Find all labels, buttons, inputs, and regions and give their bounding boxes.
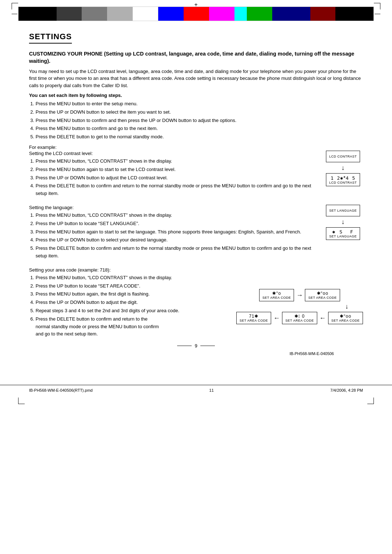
area-box-bot-left: 71✱ SET AREA CODE — [236, 312, 271, 324]
language-text: Setting the language: Press the MENU but… — [29, 205, 316, 261]
arrow-right-1: → — [296, 292, 303, 298]
area-step-4: Press the UP or DOWN button to adjust th… — [36, 299, 230, 306]
side-mark-left — [12, 14, 17, 14]
lang-step-4: Press the UP or DOWN button to select yo… — [36, 236, 316, 244]
arrow-down-2: ↓ — [342, 219, 345, 225]
area-step-2: Press the UP button to locate “SET AREA … — [36, 282, 230, 290]
lang-box-1-label: SET LANGUAGE — [329, 209, 357, 212]
lcd-box-1: LCD CONTRAST — [326, 151, 360, 162]
main-content: SETTINGS CUSTOMIZING YOUR PHONE (Setting… — [0, 25, 392, 378]
area-box-top-left: ✱°o SET AREA CODE — [259, 289, 294, 301]
lcd-contrast-text: Setting the LCD contrast level: Press th… — [29, 151, 316, 198]
step-5: Press the DELETE button to get to the no… — [36, 133, 363, 141]
language-section: Setting the language: Press the MENU but… — [29, 205, 363, 261]
footer-page-num: 11 — [209, 388, 214, 392]
corner-tl — [12, 3, 18, 9]
lcd-step-2: Press the MENU button again to start to … — [36, 166, 316, 174]
area-box-bot-right: ✱°oo SET AREA CODE — [328, 312, 363, 324]
lcd-step-1: Press the MENU button, “LCD CONTRAST” sh… — [36, 158, 316, 165]
intro-text: You may need to set up the LCD contrast … — [29, 68, 363, 89]
lang-steps-list: Press the MENU button, “LCD CONTRAST” sh… — [36, 212, 316, 260]
arrow-down-1: ↓ — [342, 164, 345, 171]
area-box-top-left-value: ✱°o — [272, 291, 281, 296]
ib-reference: IB-PH568-WM-E-040506 — [29, 351, 363, 356]
language-label: Setting the language: — [29, 205, 316, 210]
bottom-corners — [18, 395, 374, 406]
area-box-bot-left-value: 71✱ — [249, 314, 258, 319]
page-number-line: 9 — [177, 343, 215, 349]
lcd-box-1-label: LCD CONTRAST — [329, 155, 357, 158]
line-right — [200, 346, 215, 346]
area-box-top-left-label: SET AREA CODE — [262, 296, 291, 300]
lcd-contrast-label: Setting the LCD contrast level: — [29, 151, 316, 156]
step-3: Press the MENU button to confirm and the… — [36, 117, 363, 125]
example-label: For example: — [29, 144, 363, 150]
lcd-step-4: Press the DELETE button to confirm and r… — [36, 182, 316, 197]
steps-list: Press the MENU button to enter the setup… — [36, 100, 363, 141]
area-box-bot-right-label: SET AREA CODE — [331, 319, 360, 322]
side-mark-right — [375, 14, 380, 14]
page-number: 9 — [195, 343, 197, 349]
area-top-row: ✱°o SET AREA CODE → ✱°oo SET AREA CODE — [259, 289, 340, 301]
area-steps-list: Press the MENU button, “LCD CONTRAST” sh… — [36, 274, 230, 338]
lang-box-1: SET LANGUAGE — [326, 205, 360, 216]
lang-box-2-value: ✱ S F — [332, 229, 354, 235]
color-bar-section: + — [0, 0, 392, 21]
lcd-box-2: 1 2✱❖4 5 LCD CONTRAST — [326, 173, 360, 186]
lang-step-3: Press the MENU button again to start to … — [36, 228, 316, 236]
arrow-left-1: ← — [273, 315, 280, 321]
area-code-diagrams: ✱°o SET AREA CODE → ✱°oo SET AREA CODE ↓… — [236, 267, 363, 324]
area-box-top-right-value: ✱°oo — [317, 291, 328, 296]
area-box-bot-right-value: ✱°oo — [340, 314, 351, 319]
step-2: Press the UP or DOWN button to select th… — [36, 109, 363, 116]
lang-box-2: ✱ S F SET LANGUAGE — [326, 227, 360, 240]
area-step-6: Press the DELETE button to confirm and r… — [36, 315, 159, 338]
color-bar — [18, 7, 374, 21]
step-4: Press the MENU button to confirm and go … — [36, 125, 363, 133]
arrow-down-3: ↓ — [345, 303, 348, 310]
corner-bl — [18, 398, 25, 404]
footer: IB-PH568-WM-E-040506(RTT).pmd 11 7/4/200… — [0, 385, 392, 395]
area-box-bot-mid-value: ✱𠕨 0 — [294, 314, 305, 319]
area-code-text: Setting your area code (example: 718): P… — [29, 267, 230, 339]
area-bottom-row: 71✱ SET AREA CODE ← ✱𠕨 0 SET AREA CODE ←… — [236, 312, 363, 324]
area-box-bot-left-label: SET AREA CODE — [240, 319, 268, 322]
area-step-3: Press the MENU button again, the first d… — [36, 290, 230, 298]
area-code-label: Setting your area code (example: 718): — [29, 267, 230, 273]
lang-box-2-label: SET LANGUAGE — [329, 235, 357, 238]
section-heading: CUSTOMIZING YOUR PHONE (Setting up LCD c… — [29, 50, 363, 65]
footer-left: IB-PH568-WM-E-040506(RTT).pmd — [29, 388, 93, 392]
area-box-bot-mid: ✱𠕨 0 SET AREA CODE — [282, 312, 317, 324]
lcd-contrast-section: Setting the LCD contrast level: Press th… — [29, 151, 363, 198]
arrow-down-area: ↓ — [236, 303, 363, 310]
crosshair-top: + — [194, 1, 197, 8]
area-step-5: Repeat steps 3 and 4 to set the 2nd and … — [36, 307, 230, 315]
lcd-box-2-value: 1 2✱❖4 5 — [331, 175, 355, 181]
footer-right: 7/4/2006, 4:28 PM — [330, 388, 363, 392]
corner-tr — [374, 3, 380, 9]
area-step-1: Press the MENU button, “LCD CONTRAST” sh… — [36, 274, 230, 282]
line-left — [177, 346, 192, 346]
lcd-diagrams: LCD CONTRAST ↓ 1 2✱❖4 5 LCD CONTRAST — [323, 151, 363, 198]
area-code-section: Setting your area code (example: 718): P… — [29, 267, 363, 339]
bold-instruction: You can set each item by following steps… — [29, 93, 363, 98]
lang-step-2: Press the UP button to locate “SET LANGU… — [36, 220, 316, 228]
lang-step-1: Press the MENU button, “LCD CONTRAST” sh… — [36, 212, 316, 219]
lcd-step-3: Press the UP or DOWN button to adjust th… — [36, 174, 316, 182]
area-box-top-right-label: SET AREA CODE — [308, 296, 336, 300]
lcd-box-2-label: LCD CONTRAST — [329, 181, 357, 184]
arrow-left-2: ← — [319, 315, 326, 321]
area-box-top-right: ✱°oo SET AREA CODE — [305, 289, 340, 301]
corner-br — [367, 398, 374, 404]
lang-diagrams: SET LANGUAGE ↓ ✱ S F SET LANGUAGE — [323, 205, 363, 261]
area-box-bot-mid-label: SET AREA CODE — [285, 319, 314, 322]
step-1: Press the MENU button to enter the setup… — [36, 100, 363, 108]
lang-step-5: Press the DELETE button to confirm and r… — [36, 245, 316, 260]
lcd-steps-list: Press the MENU button, “LCD CONTRAST” sh… — [36, 158, 316, 197]
page-title: SETTINGS — [29, 32, 72, 44]
page-number-area: 9 — [29, 342, 363, 349]
